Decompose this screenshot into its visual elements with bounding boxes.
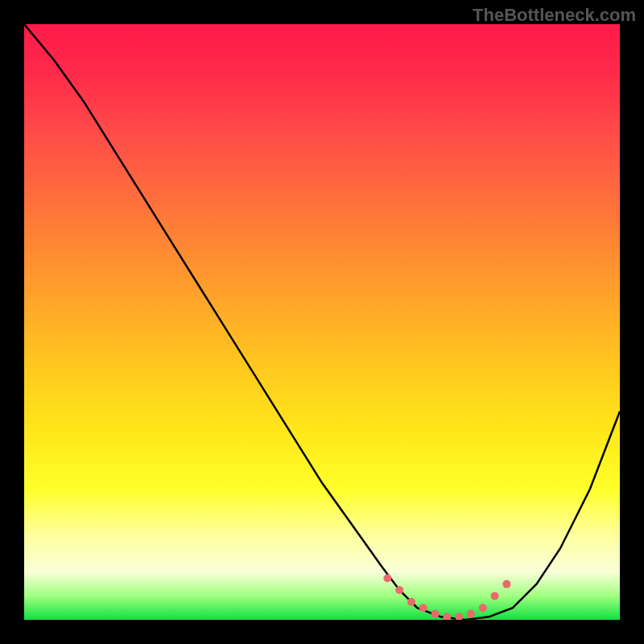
highlight-dot <box>419 604 427 612</box>
highlight-dots-group <box>383 574 510 620</box>
highlight-dot <box>491 592 499 600</box>
highlight-dot <box>502 580 510 588</box>
bottleneck-curve <box>24 24 620 620</box>
highlight-dot <box>443 613 451 620</box>
highlight-dot <box>455 613 463 620</box>
highlight-dot <box>395 586 403 594</box>
watermark-text: TheBottleneck.com <box>473 5 636 26</box>
highlight-dot <box>431 610 440 618</box>
highlight-dot <box>479 604 487 612</box>
highlight-dot <box>383 574 391 582</box>
highlight-dot <box>467 610 475 618</box>
highlight-dot <box>407 598 415 606</box>
chart-plot-area <box>24 24 620 620</box>
chart-svg <box>24 24 620 620</box>
